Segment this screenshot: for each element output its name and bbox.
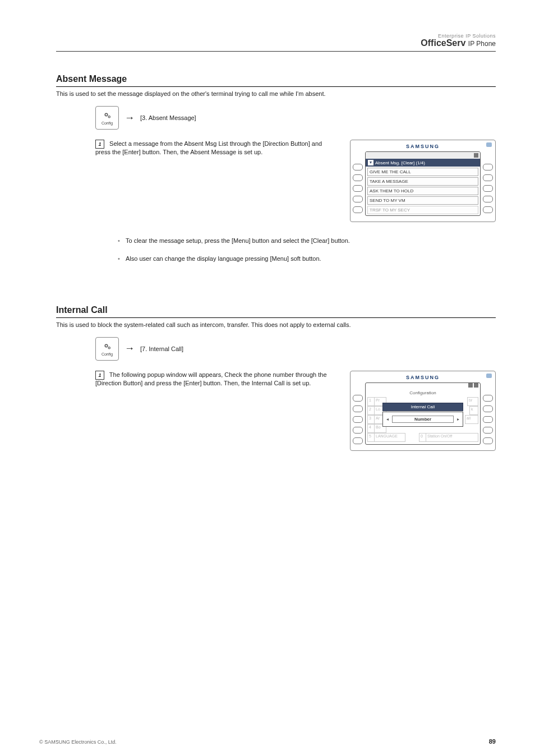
popup-title: Internal Call <box>382 403 463 411</box>
camera-icon <box>486 142 492 147</box>
softkey[interactable] <box>483 185 493 192</box>
config-path-internal: Config → [7. Internal Call] <box>95 337 496 361</box>
config-icon-label: Config <box>102 352 113 356</box>
list-item[interactable]: ASK THEM TO HOLD <box>367 187 478 195</box>
step-text: Select a message from the Absent Msg Lis… <box>95 140 322 155</box>
phone-screen: ▾ Absent Msg. [Clear] (1/4) GIVE ME THE … <box>365 151 481 216</box>
config-path-text: [7. Internal Call] <box>140 345 183 352</box>
phone-brand: SAMSUNG <box>353 375 493 380</box>
softkey[interactable] <box>483 206 493 213</box>
gears-icon <box>101 110 113 121</box>
softkey[interactable] <box>353 185 363 192</box>
step-1-absent: 1 Select a message from the Absent Msg L… <box>95 140 339 155</box>
popup-field-label[interactable]: Number <box>392 416 454 423</box>
softkey[interactable] <box>483 174 493 181</box>
section-desc-internal: This is used to block the system-related… <box>56 321 496 328</box>
phone-figure-internal: SAMSUNG Configuration <box>350 371 496 451</box>
brand-thin: Serv <box>446 38 466 48</box>
status-icon <box>468 383 473 388</box>
gears-icon <box>101 342 113 352</box>
status-bar <box>366 383 480 389</box>
softkey[interactable] <box>353 164 363 170</box>
right-softkeys <box>483 151 493 216</box>
copyright: © SAMSUNG Electronics Co., Ltd. <box>39 739 117 745</box>
page: Enterprise IP Solutions OfficeServ IP Ph… <box>0 0 535 756</box>
page-number: 89 <box>489 738 496 745</box>
bg-cell: LANGUAGE <box>374 433 405 442</box>
arrow-icon: → <box>124 112 135 124</box>
list-item[interactable]: GIVE ME THE CALL <box>367 168 478 176</box>
phone-brand: SAMSUNG <box>353 144 493 149</box>
status-icon <box>474 153 478 158</box>
phone-device: SAMSUNG Configuration <box>350 371 496 451</box>
left-softkeys <box>353 382 363 445</box>
arrow-icon: → <box>124 343 135 354</box>
config-path-absent: Config → [3. Absent Message] <box>95 106 496 130</box>
softkey[interactable] <box>483 437 493 444</box>
step-number: 1 <box>95 140 104 149</box>
dropdown-icon[interactable]: ▾ <box>368 160 373 165</box>
softkey[interactable] <box>353 437 363 444</box>
config-path-text: [3. Absent Message] <box>140 114 196 121</box>
status-bar <box>366 152 480 159</box>
softkey[interactable] <box>483 427 493 434</box>
softkey[interactable] <box>483 405 493 412</box>
softkey[interactable] <box>353 427 363 434</box>
screen-title: Absent Msg. [Clear] (1/4) <box>375 160 425 165</box>
softkey[interactable] <box>483 416 493 423</box>
phone-figure-absent: SAMSUNG ▾ A <box>350 140 496 222</box>
brand-name: OfficeServ IP Phone <box>421 39 496 48</box>
popup-row: ◂ Number ▸ <box>385 416 460 423</box>
list-item[interactable]: TAKE A MESSAGE <box>367 177 478 186</box>
bg-cell: Station On/Off <box>426 433 478 442</box>
softkey[interactable] <box>483 395 493 402</box>
config-icon-label: Config <box>102 121 113 125</box>
softkey[interactable] <box>353 416 363 423</box>
softkey[interactable] <box>483 196 493 202</box>
brand-bold: Office <box>421 38 446 48</box>
list-item[interactable]: SEND TO MY VM <box>367 196 478 205</box>
softkey[interactable] <box>353 206 363 213</box>
screen-grid: 1 Pr br 2 Lo k 3 Ar all 4 Bo 5 <box>366 397 480 444</box>
config-icon[interactable]: Config <box>95 337 119 361</box>
arrow-right-icon[interactable]: ▸ <box>456 417 460 422</box>
softkey[interactable] <box>353 174 363 181</box>
section-desc-absent: This is used to set the message displaye… <box>56 90 496 97</box>
bullet-item: To clear the message setup, press the [M… <box>118 236 496 247</box>
softkey[interactable] <box>353 196 363 202</box>
page-header: Enterprise IP Solutions OfficeServ IP Ph… <box>56 34 496 52</box>
step-number: 1 <box>95 371 104 380</box>
bullets-absent: To clear the message setup, press the [M… <box>118 236 496 265</box>
bullet-item: Also user can change the display languag… <box>118 253 496 265</box>
config-icon[interactable]: Config <box>95 106 119 130</box>
softkey[interactable] <box>353 405 363 412</box>
phone-device: SAMSUNG ▾ A <box>350 140 496 222</box>
step-1-internal: 1 The following popup window will appear… <box>95 371 339 386</box>
right-softkeys <box>483 382 493 445</box>
screen-title: Configuration <box>366 389 480 397</box>
section-title-internal: Internal Call <box>56 305 496 318</box>
left-softkeys <box>353 151 363 216</box>
popup-body: ◂ Number ▸ <box>382 412 463 427</box>
brand-tail: IP Phone <box>468 40 496 48</box>
screen-title-bar: ▾ Absent Msg. [Clear] (1/4) <box>366 159 480 167</box>
brand-logo: Enterprise IP Solutions OfficeServ IP Ph… <box>421 34 496 48</box>
softkey[interactable] <box>353 395 363 402</box>
bg-cell: all <box>465 415 478 424</box>
bg-cell: br <box>467 397 478 406</box>
section-title-absent: Absent Message <box>56 74 496 87</box>
softkey[interactable] <box>483 164 493 170</box>
bg-cell: k <box>469 406 478 415</box>
phone-screen: Configuration 1 Pr br 2 Lo k 3 Ar all <box>365 382 481 445</box>
camera-icon <box>486 374 492 378</box>
arrow-left-icon[interactable]: ◂ <box>385 417 390 422</box>
list-item[interactable]: TRSF TO MY SECY <box>367 206 478 214</box>
step-text: The following popup window will appears,… <box>95 371 327 386</box>
status-icon <box>474 383 478 388</box>
